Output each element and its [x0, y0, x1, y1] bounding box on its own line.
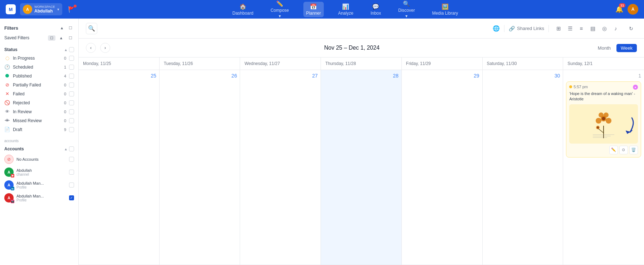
in-progress-checkbox[interactable] [69, 56, 74, 61]
filter-item-published[interactable]: Published 4 [0, 71, 78, 80]
abdullah-channel-name: Abdullah [16, 168, 66, 172]
draft-label: Draft [13, 127, 58, 132]
next-week-button[interactable]: › [100, 43, 110, 53]
no-accounts-checkbox[interactable] [69, 157, 74, 162]
abdullah-linkedin-avatar: A in [4, 180, 14, 190]
status-select-all-checkbox[interactable] [69, 47, 74, 52]
search-button[interactable]: 🔍 [86, 23, 97, 34]
chart-btn[interactable]: ◎ [599, 23, 610, 34]
calendar-days-header: Monday, 11/25 Tuesday, 11/26 Wednesday, … [79, 58, 644, 70]
globe-button[interactable]: 🌐 [493, 25, 500, 32]
post-edit-btn[interactable]: ✏️ [609, 146, 618, 154]
scheduled-checkbox[interactable] [69, 65, 74, 70]
notifications-bell[interactable]: 🔔 11 [615, 5, 623, 13]
planner-toolbar: 🔍 🌐 🔗 Shared Links ⊞ ☰ ≡ ▤ ◎ ♪ ↻ [79, 19, 644, 39]
accounts-section-title-row[interactable]: Accounts ▲ [0, 144, 78, 153]
cal-cell-saturday[interactable]: 30 [483, 70, 564, 265]
compose-icon: ✏️ [276, 0, 283, 7]
post-card[interactable]: 5:57 pm ● 'Hope is the dream of a waking… [566, 81, 641, 158]
accounts-section-header[interactable]: accounts [0, 137, 78, 144]
in-review-checkbox[interactable] [69, 109, 74, 114]
filter-item-rejected[interactable]: 🚫 Rejected 0 [0, 98, 78, 107]
calendar-grid: Monday, 11/25 Tuesday, 11/26 Wednesday, … [79, 58, 644, 265]
status-section-header[interactable]: Status ▲ [0, 45, 78, 54]
nav-media-library[interactable]: 🖼️ Media Library [429, 2, 461, 17]
flag-button[interactable]: 🚩 [68, 6, 75, 13]
filter-item-in-progress[interactable]: ◌ In Progress 0 [0, 54, 78, 62]
abdullah-instagram-avatar: A 📷 [4, 193, 14, 202]
missed-review-icon: 👁 [4, 118, 10, 123]
abdullah-instagram-checkbox-checked[interactable]: ✓ [69, 195, 74, 200]
analyze-icon: 📊 [342, 3, 349, 10]
nav-compose[interactable]: ✏️ Compose ▾ [268, 0, 292, 20]
filter-item-in-review[interactable]: 👁 In Review 0 [0, 107, 78, 116]
calendar-body: 25 26 27 28 29 [79, 70, 644, 265]
nav-planner[interactable]: 📅 Planner [303, 2, 324, 17]
month-view-button[interactable]: Month [594, 44, 615, 52]
saved-filters-add-btn[interactable]: ☐ [48, 35, 55, 41]
app-layout: Filters ▲ ☐ Saved Filters ☐ ▲ ☐ Status ▲… [0, 19, 644, 265]
user-avatar[interactable]: A [628, 4, 638, 15]
filter-item-failed[interactable]: ✕ Failed 0 [0, 89, 78, 98]
cal-cell-friday[interactable]: 29 [402, 70, 483, 265]
wednesday-date: 27 [243, 73, 318, 79]
cal-cell-wednesday[interactable]: 27 [240, 70, 321, 265]
saved-filters-check-icon[interactable]: ☐ [67, 34, 74, 41]
rejected-icon: 🚫 [4, 100, 10, 105]
nav-discover[interactable]: 🔍 Discover ▾ [395, 0, 418, 20]
cal-cell-monday[interactable]: 25 [79, 70, 160, 265]
nav-dashboard[interactable]: 🏠 Dashboard [229, 2, 256, 17]
abdullah-linkedin-checkbox[interactable] [69, 182, 74, 188]
filter-item-partially-failed[interactable]: ⊘ Partially Failed 0 [0, 80, 78, 89]
cal-cell-sunday[interactable]: 1 5:57 pm ● 'Hope is the dream of a waki… [563, 70, 644, 265]
nav-inbox[interactable]: 💬 Inbox [368, 2, 384, 17]
account-item-abdullah-channel[interactable]: A ▶ Abdullah channel [0, 166, 78, 179]
cal-cell-thursday[interactable]: 28 [321, 70, 402, 265]
shared-links-button[interactable]: 🔗 Shared Links [509, 26, 544, 31]
account-item-abdullah-instagram[interactable]: A 📷 Abdullah Man... Profile ✓ [0, 191, 78, 204]
app-logo[interactable]: M [6, 4, 16, 14]
refresh-button[interactable]: ↻ [625, 23, 637, 34]
account-item-abdullah-linkedin[interactable]: A in Abdullah Man... Profile [0, 179, 78, 191]
account-item-no-accounts[interactable]: ⊘ No Accounts [0, 153, 78, 166]
sidebar-toggle-btn[interactable]: ▲ [58, 24, 65, 31]
sidebar: Filters ▲ ☐ Saved Filters ☐ ▲ ☐ Status ▲… [0, 19, 79, 265]
tiktok-btn[interactable]: ♪ [610, 23, 621, 34]
instagram-badge: 📷 [11, 200, 14, 203]
nav-analyze[interactable]: 📊 Analyze [335, 2, 356, 17]
week-view-button[interactable]: Week [616, 44, 637, 52]
partially-failed-icon: ⊘ [4, 82, 10, 88]
grid-view-btn[interactable]: ⊞ [553, 23, 564, 34]
published-checkbox[interactable] [69, 74, 74, 79]
filter-item-draft[interactable]: 📄 Draft 9 [0, 125, 78, 134]
abdullah-channel-checkbox[interactable] [69, 170, 74, 175]
draft-checkbox[interactable] [69, 127, 74, 132]
filter-item-missed-review[interactable]: 👁 Missed Review 0 [0, 116, 78, 125]
compact-list-btn[interactable]: ≡ [576, 23, 587, 34]
top-navigation: M A WORKSPACE Abdullah ▾ 🚩 🏠 Dashboard ✏… [0, 0, 644, 19]
post-delete-btn[interactable]: 🗑️ [629, 146, 638, 154]
linkedin-badge: in [11, 187, 14, 190]
published-count: 4 [61, 74, 66, 78]
saved-filters-up-icon[interactable]: ▲ [58, 34, 65, 41]
post-time-indicator [569, 85, 572, 88]
compose-label: Compose [270, 8, 289, 13]
svg-point-3 [606, 118, 611, 124]
scheduled-icon: 🕐 [4, 64, 10, 70]
post-copy-btn[interactable]: ⊙ [619, 146, 628, 154]
filter-item-scheduled[interactable]: 🕐 Scheduled 1 [0, 62, 78, 71]
missed-review-count: 0 [61, 119, 66, 123]
failed-checkbox[interactable] [69, 91, 74, 96]
partially-failed-checkbox[interactable] [69, 82, 74, 88]
workspace-chevron-icon: ▾ [57, 7, 59, 12]
list-view-btn[interactable]: ☰ [565, 23, 575, 34]
cal-cell-tuesday[interactable]: 26 [160, 70, 240, 265]
toolbar-divider [504, 25, 504, 32]
prev-week-button[interactable]: ‹ [86, 43, 96, 53]
rejected-checkbox[interactable] [69, 100, 74, 105]
sidebar-close-btn[interactable]: ☐ [67, 24, 74, 31]
accounts-select-all-checkbox[interactable] [69, 146, 74, 151]
missed-review-checkbox[interactable] [69, 118, 74, 123]
workspace-selector[interactable]: A WORKSPACE Abdullah ▾ [20, 3, 62, 15]
row-list-btn[interactable]: ▤ [587, 23, 598, 34]
